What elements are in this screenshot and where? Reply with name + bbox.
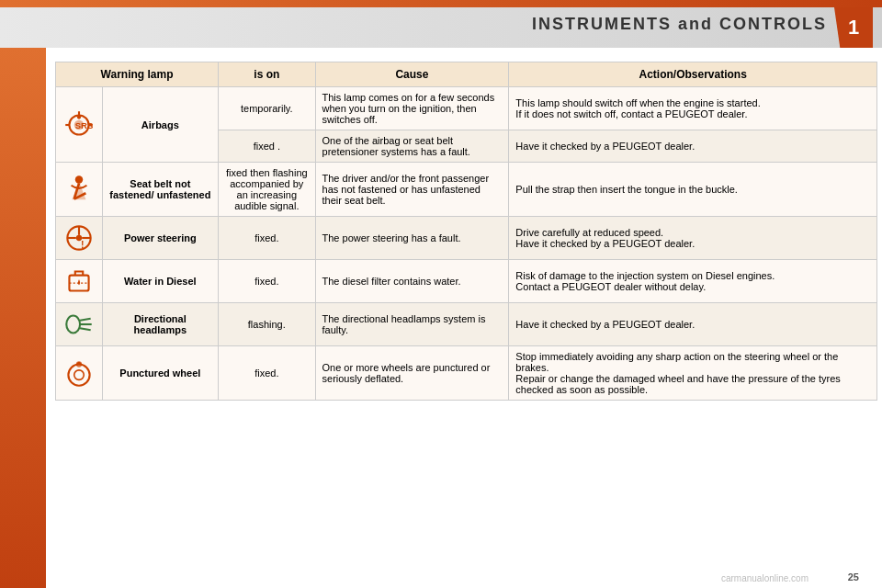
page-title: INSTRUMENTS and CONTROLS: [532, 15, 827, 34]
seatbelt-cause: The driver and/or the front passenger ha…: [315, 163, 509, 217]
water-diesel-cause: The diesel filter contains water.: [315, 260, 509, 303]
warning-lamp-table: Warning lamp is on Cause Action/Observat…: [55, 62, 877, 401]
directional-headlamps-ison: flashing.: [219, 303, 315, 346]
svg-point-23: [74, 370, 85, 380]
airbags-cause-2: One of the airbag or seat belt pretensio…: [315, 130, 509, 163]
power-steering-icon-cell: !: [56, 217, 103, 260]
svg-line-19: [80, 319, 91, 321]
seatbelt-icon: [62, 172, 96, 207]
airbags-name-cell: Airbags: [102, 87, 219, 163]
airbags-cause-1: This lamp comes on for a few seconds whe…: [315, 87, 509, 130]
svg-point-5: [77, 115, 81, 119]
punctured-wheel-cause: One or more wheels are punctured or seri…: [315, 346, 509, 401]
table-row: ! Power steering fixed. The power steeri…: [56, 217, 877, 260]
main-content: Warning lamp is on Cause Action/Observat…: [0, 48, 882, 405]
water-diesel-action: Risk of damage to the injection system o…: [509, 260, 877, 303]
airbags-icon-cell: SRS: [56, 87, 103, 163]
power-steering-ison: fixed.: [219, 217, 315, 260]
col-header-ison: is on: [219, 62, 315, 87]
chapter-number: 1: [834, 7, 873, 48]
table-row: Directional headlamps flashing. The dire…: [56, 303, 877, 346]
power-steering-name: Power steering: [102, 217, 219, 260]
col-header-action: Action/Observations: [509, 62, 877, 87]
directional-headlamps-name: Directional headlamps: [102, 303, 219, 346]
watermark: carmanualonline.com: [721, 573, 808, 583]
directional-headlamps-action: Have it checked by a PEUGEOT dealer.: [509, 303, 877, 346]
col-header-warning-lamp: Warning lamp: [56, 62, 219, 87]
svg-text:SRS: SRS: [75, 120, 94, 130]
table-row: Seat belt not fastened/ unfastened fixed…: [56, 163, 877, 217]
table-row: Punctured wheel fixed. One or more wheel…: [56, 346, 877, 401]
seatbelt-ison: fixed then flashing accompanied by an in…: [219, 163, 315, 217]
punctured-wheel-action: Stop immediately avoiding any sharp acti…: [509, 346, 877, 401]
water-diesel-name: Water in Diesel: [102, 260, 219, 303]
power-steering-action: Drive carefully at reduced speed.Have it…: [509, 217, 877, 260]
punctured-wheel-ison: fixed.: [219, 346, 315, 401]
seatbelt-action: Pull the strap then insert the tongue in…: [509, 163, 877, 217]
page-header: INSTRUMENTS and CONTROLS 1: [0, 0, 882, 48]
col-header-cause: Cause: [315, 62, 509, 87]
power-steering-cause: The power steering has a fault.: [315, 217, 509, 260]
airbags-ison-2: fixed .: [219, 130, 315, 163]
punctured-wheel-icon: [62, 356, 96, 390]
airbags-action-2: Have it checked by a PEUGEOT dealer.: [509, 130, 877, 163]
water-diesel-ison: fixed.: [219, 260, 315, 303]
directional-headlamps-icon: [62, 307, 96, 342]
water-diesel-icon: [62, 264, 96, 299]
page-number: 25: [848, 571, 859, 582]
svg-text:!: !: [81, 239, 85, 250]
punctured-wheel-name: Punctured wheel: [102, 346, 219, 401]
directional-headlamps-icon-cell: [56, 303, 103, 346]
table-row: SRS Airbags temporarily. This lamp comes…: [56, 87, 877, 130]
svg-line-21: [80, 328, 91, 330]
directional-headlamps-cause: The directional headlamps system is faul…: [315, 303, 509, 346]
table-row: Water in Diesel fixed. The diesel filter…: [56, 260, 877, 303]
power-steering-icon: !: [62, 220, 96, 255]
seatbelt-name: Seat belt not fastened/ unfastened: [102, 163, 219, 217]
svg-point-22: [68, 365, 89, 386]
seatbelt-icon-cell: [56, 163, 103, 217]
punctured-wheel-icon-cell: [56, 346, 103, 401]
airbags-action-1: This lamp should switch off when the eng…: [509, 87, 877, 130]
airbags-ison-1: temporarily.: [219, 87, 315, 130]
airbags-icon: SRS: [62, 107, 96, 142]
water-diesel-icon-cell: [56, 260, 103, 303]
svg-point-18: [66, 316, 80, 334]
